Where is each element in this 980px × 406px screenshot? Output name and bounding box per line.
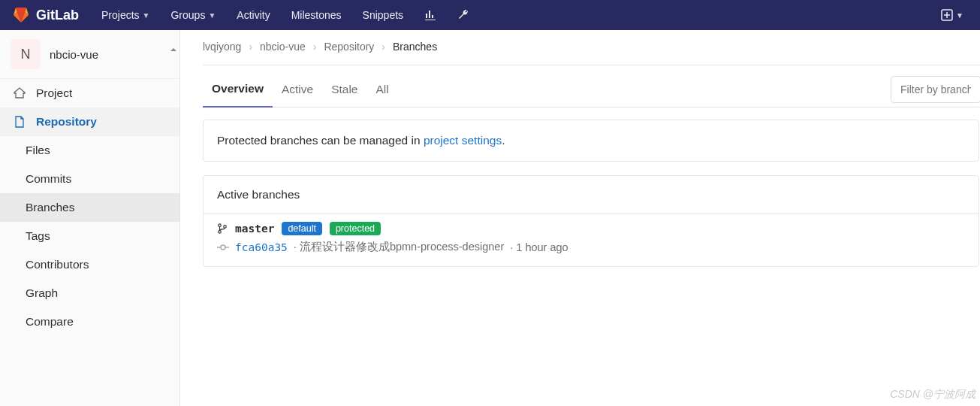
commit-icon (217, 241, 229, 253)
sidebar-label: Project (36, 86, 72, 100)
commit-sha[interactable]: fca60a35 (235, 241, 288, 253)
chart-icon (424, 9, 436, 21)
nav-projects[interactable]: Projects▼ (94, 6, 157, 24)
doc-icon (14, 116, 26, 128)
notice-text: Protected branches can be managed in (217, 134, 424, 147)
notice-tail: . (502, 134, 505, 147)
commit-time: 1 hour ago (510, 241, 568, 253)
sidebar-label: Repository (36, 115, 97, 129)
top-nav: GitLab Projects▼ Groups▼ Activity Milest… (0, 0, 980, 30)
svg-point-4 (221, 245, 225, 250)
protected-notice: Protected branches can be managed in pro… (203, 120, 979, 162)
sidebar: N nbcio-vue Project Repository Files Com… (0, 30, 180, 406)
sidebar-sub-graph[interactable]: Graph (0, 279, 179, 308)
branch-row: master default protected fca60a35 流程设计器修… (204, 214, 978, 266)
chevron-down-icon: ▼ (208, 11, 216, 20)
crumb-current: Branches (393, 41, 437, 53)
chevron-down-icon: ▼ (956, 11, 963, 20)
main-content: lvqiyong › nbcio-vue › Repository › Bran… (180, 30, 980, 406)
nav-milestones[interactable]: Milestones (284, 6, 349, 24)
tab-overview[interactable]: Overview (203, 71, 273, 108)
nav-label: Activity (237, 9, 270, 21)
tab-all[interactable]: All (367, 72, 398, 107)
chevron-down-icon: ▼ (143, 11, 150, 20)
badge-protected: protected (330, 222, 381, 235)
breadcrumb-sep: › (249, 41, 252, 53)
filter-input[interactable] (891, 76, 980, 103)
breadcrumb: lvqiyong › nbcio-vue › Repository › Bran… (203, 41, 980, 65)
active-branches-panel: Active branches master default protected… (203, 175, 979, 267)
breadcrumb-sep: › (381, 41, 385, 53)
svg-point-1 (219, 224, 222, 227)
brand-text: GitLab (36, 8, 79, 23)
nav-snippets[interactable]: Snippets (355, 6, 411, 24)
crumb-owner[interactable]: lvqiyong (203, 41, 241, 53)
project-avatar: N (11, 39, 41, 69)
scroll-arrow-icon[interactable] (169, 35, 178, 65)
plus-square-icon (941, 9, 953, 21)
nav-admin-icon[interactable] (450, 6, 477, 24)
branch-icon (217, 223, 228, 234)
wrench-icon (457, 9, 469, 21)
sidebar-sub-contributors[interactable]: Contributors (0, 250, 179, 279)
branch-name[interactable]: master (235, 223, 274, 235)
panel-title: Active branches (204, 176, 978, 214)
nav-activity[interactable]: Activity (229, 6, 277, 24)
nav-analytics-icon[interactable] (417, 6, 444, 24)
crumb-project[interactable]: nbcio-vue (260, 41, 306, 53)
project-settings-link[interactable]: project settings (424, 134, 502, 147)
nav-label: Projects (101, 9, 140, 21)
crumb-section[interactable]: Repository (324, 41, 374, 53)
project-header[interactable]: N nbcio-vue (0, 30, 179, 79)
sidebar-sub-files[interactable]: Files (0, 136, 179, 165)
branch-line-main: master default protected (217, 222, 965, 235)
logo[interactable]: GitLab (12, 6, 79, 24)
branch-line-commit: fca60a35 流程设计器修改成bpmn-process-designer 1… (217, 240, 965, 254)
nav-items: Projects▼ Groups▼ Activity Milestones Sn… (94, 6, 477, 24)
commit-message: 流程设计器修改成bpmn-process-designer (294, 240, 504, 254)
nav-label: Snippets (363, 9, 403, 21)
tab-active[interactable]: Active (273, 72, 322, 107)
sidebar-sub-compare[interactable]: Compare (0, 308, 179, 336)
nav-groups[interactable]: Groups▼ (163, 6, 223, 24)
sidebar-sublinks: Files Commits Branches Tags Contributors… (0, 136, 179, 336)
gitlab-logo-icon (12, 6, 30, 24)
badge-default: default (282, 222, 322, 235)
nav-label: Groups (170, 9, 205, 21)
sidebar-sub-commits[interactable]: Commits (0, 165, 179, 193)
tabs: Overview Active Stale All (203, 71, 980, 108)
tab-stale[interactable]: Stale (322, 72, 366, 107)
sidebar-sub-tags[interactable]: Tags (0, 222, 179, 250)
home-icon (14, 87, 26, 99)
svg-point-2 (219, 231, 222, 234)
svg-point-3 (224, 226, 227, 229)
project-name: nbcio-vue (50, 48, 98, 61)
sidebar-sub-branches[interactable]: Branches (0, 193, 179, 222)
breadcrumb-sep: › (313, 41, 317, 53)
sidebar-item-project[interactable]: Project (0, 79, 179, 108)
new-menu[interactable]: ▼ (936, 6, 968, 24)
sidebar-item-repository[interactable]: Repository (0, 108, 179, 136)
nav-label: Milestones (291, 9, 342, 21)
